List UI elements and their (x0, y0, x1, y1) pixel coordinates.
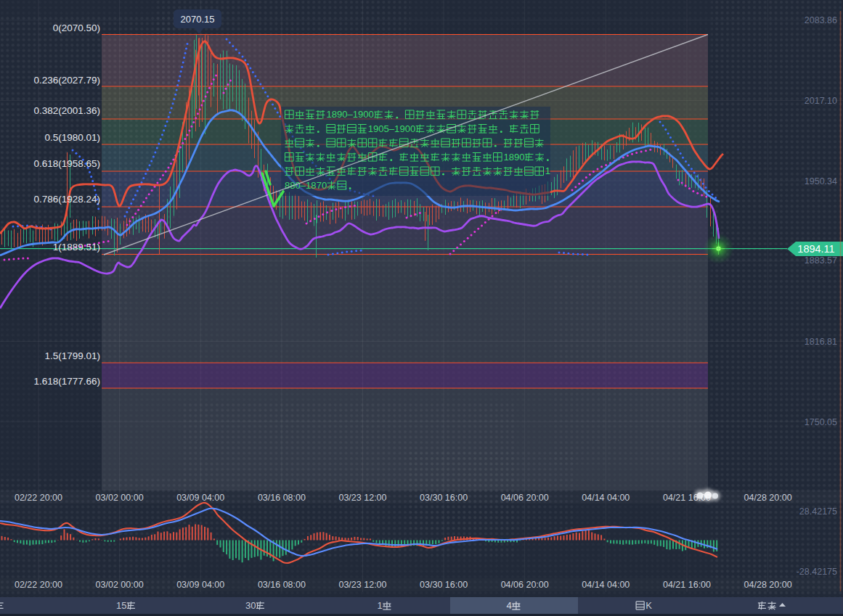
svg-text:03/30 16:00: 03/30 16:00 (420, 580, 468, 590)
svg-text:1(1889.51): 1(1889.51) (53, 242, 100, 252)
svg-text:02/22 20:00: 02/22 20:00 (15, 580, 62, 590)
svg-text:02/22 20:00: 02/22 20:00 (15, 493, 62, 503)
svg-text:03/16 08:00: 03/16 08:00 (258, 580, 306, 590)
svg-text:2083.86: 2083.86 (805, 15, 837, 25)
svg-text:1750.05: 1750.05 (805, 417, 837, 427)
svg-text:03/02 00:00: 03/02 00:00 (96, 493, 144, 503)
svg-text:04/14 04:00: 04/14 04:00 (582, 493, 630, 503)
svg-text:28.42175: 28.42175 (799, 506, 837, 517)
svg-text:K: K (646, 600, 652, 611)
svg-text:2070.15: 2070.15 (181, 14, 215, 25)
svg-text:04/21 16:00: 04/21 16:00 (663, 580, 711, 590)
svg-text:03/23 12:00: 03/23 12:00 (338, 580, 386, 590)
svg-text:03/09 04:00: 03/09 04:00 (176, 493, 224, 503)
svg-text:1: 1 (545, 165, 550, 176)
svg-text:04/28 20:00: 04/28 20:00 (744, 580, 792, 590)
svg-text:03/30 16:00: 03/30 16:00 (420, 493, 468, 503)
svg-text:2017.10: 2017.10 (805, 96, 837, 106)
svg-text:04/06 20:00: 04/06 20:00 (501, 580, 549, 590)
svg-text:0.786(1928.24): 0.786(1928.24) (33, 194, 100, 205)
svg-text:1816.81: 1816.81 (805, 337, 837, 347)
svg-text:1.618(1777.66): 1.618(1777.66) (33, 376, 100, 387)
svg-text:04/28 20:00: 04/28 20:00 (744, 493, 792, 503)
svg-text:1894.11: 1894.11 (797, 243, 834, 255)
svg-text:1: 1 (378, 600, 383, 611)
svg-text:30: 30 (245, 600, 256, 611)
svg-text:1950.34: 1950.34 (805, 176, 837, 186)
svg-text:1890–1900: 1890–1900 (326, 109, 373, 120)
svg-text:1.5(1799.01): 1.5(1799.01) (44, 350, 100, 361)
svg-text:03/02 00:00: 03/02 00:00 (96, 580, 144, 590)
svg-text:03/23 12:00: 03/23 12:00 (338, 493, 386, 503)
svg-text:04/06 20:00: 04/06 20:00 (501, 493, 549, 503)
svg-text:0.5(1980.01): 0.5(1980.01) (44, 132, 100, 143)
svg-text:0.382(2001.36): 0.382(2001.36) (33, 105, 100, 116)
svg-text:0(2070.50): 0(2070.50) (53, 22, 100, 33)
svg-text:03/09 04:00: 03/09 04:00 (176, 580, 224, 590)
svg-text:-28.42175: -28.42175 (797, 567, 837, 577)
svg-text:1890: 1890 (503, 152, 524, 163)
svg-text:1883.57: 1883.57 (805, 255, 837, 266)
svg-text:04/14 04:00: 04/14 04:00 (582, 580, 630, 590)
svg-text:1905–1900: 1905–1900 (368, 123, 415, 134)
svg-text:0.618(1958.65): 0.618(1958.65) (33, 158, 100, 169)
svg-text:03/16 08:00: 03/16 08:00 (258, 493, 306, 503)
svg-text:0.236(2027.79): 0.236(2027.79) (33, 75, 100, 86)
svg-text:4: 4 (507, 600, 512, 611)
svg-text:15: 15 (116, 600, 126, 611)
